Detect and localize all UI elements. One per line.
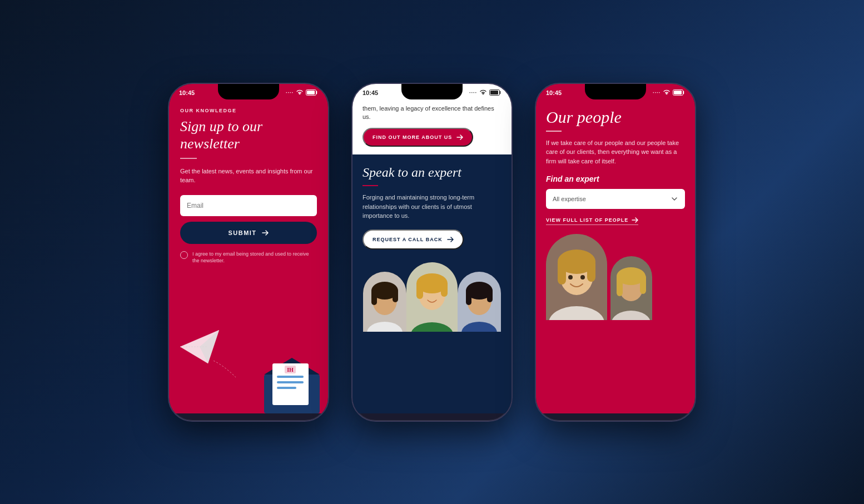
phone2-top-section: them, leaving a legacy of excellence tha… xyxy=(352,99,512,155)
dropdown-text: All expertise xyxy=(553,196,586,202)
svg-rect-14 xyxy=(490,91,498,94)
phone2-bottom-section: Speak to an expert Forging and maintaini… xyxy=(352,154,512,413)
signal-dots-3: ···· xyxy=(653,90,661,96)
people-underline xyxy=(546,131,562,132)
svg-rect-1 xyxy=(307,91,315,94)
signal-dots-1: ···· xyxy=(286,90,294,96)
envelope-icon: IH xyxy=(261,358,322,413)
paper-plane-icon xyxy=(180,330,219,363)
phone2-content: them, leaving a legacy of excellence tha… xyxy=(352,99,512,413)
phone1-screen: OUR KNOWLEDGE Sign up to our newsletter … xyxy=(169,99,328,413)
person-face-1 xyxy=(363,272,406,332)
phone1-illustration: IH xyxy=(169,325,328,413)
expert-title: Speak to an expert xyxy=(363,164,501,181)
people-row-phone2 xyxy=(363,260,501,332)
svg-rect-39 xyxy=(558,260,566,285)
callback-arrow-icon xyxy=(447,236,454,243)
svg-point-41 xyxy=(568,275,573,280)
callback-label: REQUEST A CALL BACK xyxy=(373,237,443,242)
status-icons-2: ···· xyxy=(469,89,501,97)
person-avatar-2 xyxy=(406,262,458,332)
phone-frame-1: 10:45 ···· OUR KNOWLEDGE Sign up to our … xyxy=(168,83,329,422)
phone-notch-3 xyxy=(585,84,646,99)
plane-trail-icon xyxy=(213,361,236,377)
status-icons-1: ···· xyxy=(286,89,318,97)
wifi-icon-1 xyxy=(296,89,304,96)
phone2-top-text: them, leaving a legacy of excellence tha… xyxy=(363,104,501,122)
phone-notch-2 xyxy=(401,84,463,99)
submit-button[interactable]: SUBMIT xyxy=(180,222,317,244)
find-expert-label: Find an expert xyxy=(546,174,685,183)
svg-point-42 xyxy=(580,275,585,280)
svg-rect-47 xyxy=(617,274,623,296)
checkbox-row: I agree to my email being stored and use… xyxy=(180,251,317,265)
people-photos-phone3 xyxy=(546,234,685,320)
find-out-label: FIND OUT MORE ABOUT US xyxy=(373,134,452,140)
newsletter-title: Sign up to our newsletter xyxy=(180,118,317,152)
svg-text:IH: IH xyxy=(287,367,294,373)
email-input[interactable] xyxy=(180,195,317,216)
svg-rect-10 xyxy=(277,387,296,389)
find-out-button[interactable]: FIND OUT MORE ABOUT US xyxy=(363,128,473,147)
status-icons-3: ···· xyxy=(653,89,685,97)
section-label-1: OUR KNOWLEDGE xyxy=(180,108,317,113)
checkbox-label: I agree to my email being stored and use… xyxy=(192,251,317,265)
phone-2: 10:45 ···· them, leaving a legacy of exc… xyxy=(351,83,513,422)
svg-rect-20 xyxy=(393,288,398,302)
people-desc: If we take care of our people and our pe… xyxy=(546,138,685,166)
svg-rect-19 xyxy=(371,288,377,305)
svg-rect-26 xyxy=(441,281,448,297)
dropdown-chevron-icon xyxy=(671,195,678,203)
phone3-screen: Our people If we take care of our people… xyxy=(536,99,695,413)
phone2-screen: them, leaving a legacy of excellence tha… xyxy=(352,99,512,413)
svg-rect-8 xyxy=(277,376,304,378)
phone-3: 10:45 ···· Our people If we take care of… xyxy=(535,83,696,422)
newsletter-underline xyxy=(180,158,197,159)
phone3-content: Our people If we take care of our people… xyxy=(536,99,695,413)
expert-desc: Forging and maintaining strong long-term… xyxy=(363,193,501,221)
phone-frame-3: 10:45 ···· Our people If we take care of… xyxy=(535,83,696,422)
view-full-arrow-icon xyxy=(632,217,638,223)
person-avatar-1 xyxy=(363,272,406,332)
submit-label: SUBMIT xyxy=(228,229,256,236)
submit-arrow-icon xyxy=(261,229,269,237)
newsletter-desc: Get the latest news, events and insights… xyxy=(180,167,317,185)
battery-icon-3 xyxy=(673,89,685,97)
battery-icon-1 xyxy=(306,89,318,97)
svg-rect-31 xyxy=(466,288,471,305)
svg-rect-32 xyxy=(487,288,493,302)
find-out-arrow-icon xyxy=(456,134,463,141)
people-photo-face-2 xyxy=(610,256,652,320)
people-photo-2 xyxy=(610,256,652,320)
svg-rect-9 xyxy=(277,381,304,383)
status-time-1: 10:45 xyxy=(179,89,195,96)
person-avatar-3 xyxy=(458,272,501,332)
phone-notch-1 xyxy=(218,84,279,99)
battery-icon-2 xyxy=(489,89,501,97)
signal-dots-2: ···· xyxy=(469,90,477,96)
expertise-dropdown[interactable]: All expertise xyxy=(546,189,685,209)
callback-button[interactable]: REQUEST A CALL BACK xyxy=(363,229,464,249)
phone1-content: OUR KNOWLEDGE Sign up to our newsletter … xyxy=(169,99,328,413)
checkbox[interactable] xyxy=(180,251,188,259)
svg-rect-25 xyxy=(416,281,423,299)
view-full-label: VIEW FULL LIST OF PEOPLE xyxy=(546,217,628,223)
wifi-icon-3 xyxy=(663,89,671,96)
svg-rect-48 xyxy=(640,274,646,294)
view-full-link[interactable]: VIEW FULL LIST OF PEOPLE xyxy=(546,217,638,225)
svg-rect-40 xyxy=(587,260,595,282)
people-photo-1 xyxy=(546,234,607,320)
wifi-icon-2 xyxy=(479,89,487,96)
expert-underline xyxy=(363,185,378,186)
status-time-3: 10:45 xyxy=(546,89,562,96)
phone-1: 10:45 ···· OUR KNOWLEDGE Sign up to our … xyxy=(168,83,329,422)
svg-rect-34 xyxy=(674,91,682,94)
phone-frame-2: 10:45 ···· them, leaving a legacy of exc… xyxy=(351,83,513,422)
people-photo-face-1 xyxy=(546,234,607,320)
status-time-2: 10:45 xyxy=(363,89,378,96)
phone1-inner: OUR KNOWLEDGE Sign up to our newsletter … xyxy=(169,99,328,274)
our-people-title: Our people xyxy=(546,108,685,126)
person-face-3 xyxy=(458,272,501,332)
person-face-2 xyxy=(406,262,458,332)
